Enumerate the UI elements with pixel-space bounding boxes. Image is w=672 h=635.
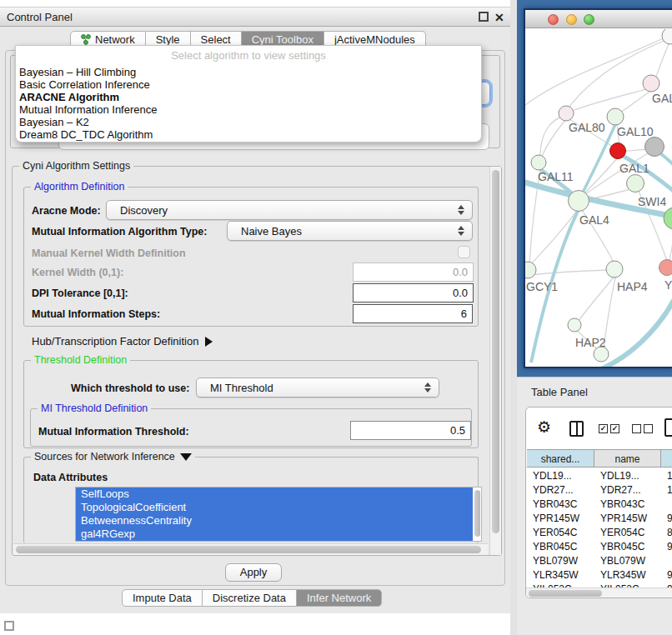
panel-divider[interactable] xyxy=(510,0,517,635)
table-cell[interactable]: 9. xyxy=(661,512,672,526)
node-gal80[interactable] xyxy=(559,106,574,121)
table-cell[interactable] xyxy=(661,498,672,512)
dpi-tolerance-field[interactable]: 0.0 xyxy=(353,283,474,302)
table-cell[interactable]: YBR043C xyxy=(594,498,661,512)
float-window-icon[interactable] xyxy=(479,12,489,22)
data-attributes-list[interactable]: SelfLoops TopologicalCoefficient Between… xyxy=(75,487,482,542)
kernel-width-field[interactable]: 0.0 xyxy=(353,262,474,282)
node-label: HAP4 xyxy=(617,280,648,293)
table-cell[interactable]: YLR345W xyxy=(594,568,661,582)
table-cell[interactable]: YBR043C xyxy=(527,498,594,512)
minimize-traffic-light-icon[interactable] xyxy=(566,14,577,25)
table-cell[interactable]: YPR145W xyxy=(594,512,661,526)
list-item[interactable]: gal4RGexp xyxy=(76,528,473,541)
select-all-columns-icon[interactable]: ✓ ✓ xyxy=(599,424,619,433)
tab-discretize-data[interactable]: Discretize Data xyxy=(203,589,297,607)
table-cell[interactable]: YBR045C xyxy=(527,540,594,554)
column-header-name[interactable]: name xyxy=(594,449,661,468)
data-attributes-label: Data Attributes xyxy=(33,472,108,483)
table-cell[interactable]: YLR345W xyxy=(527,568,594,582)
table-cell[interactable]: YPR145W xyxy=(527,512,594,526)
close-traffic-light-icon[interactable] xyxy=(548,14,559,25)
tab-impute-data[interactable]: Impute Data xyxy=(122,589,203,607)
node-gal4[interactable] xyxy=(569,191,589,212)
settings-horizontal-scrollbar[interactable] xyxy=(13,543,488,555)
manual-kernel-checkbox[interactable] xyxy=(458,246,470,258)
table-cell[interactable]: 9. xyxy=(661,568,672,582)
split-columns-icon[interactable] xyxy=(569,421,584,437)
collapse-arrow-icon xyxy=(180,453,192,461)
float-window-icon[interactable] xyxy=(4,621,14,631)
algorithm-option[interactable]: Mutual Information Inference xyxy=(19,103,478,116)
node-label: GAL1 xyxy=(619,162,649,175)
node-gal11[interactable] xyxy=(531,155,546,170)
mi-steps-label: Mutual Information Steps: xyxy=(32,308,160,320)
settings-vertical-scrollbar-thumb[interactable] xyxy=(492,170,499,533)
node-unnamed-gray[interactable] xyxy=(645,138,664,157)
table-cell[interactable]: 12 xyxy=(661,483,672,498)
tab-infer-network[interactable]: Infer Network xyxy=(297,589,382,607)
mi-threshold-field[interactable]: 0.5 xyxy=(350,421,471,440)
mi-threshold-group-title: MI Threshold Definition xyxy=(38,402,151,414)
settings-vertical-scrollbar[interactable] xyxy=(489,167,501,555)
apply-button[interactable]: Apply xyxy=(225,563,282,582)
network-view-window[interactable]: GAL2 GAL80 GAL10 GAL1 GAL11 SWI4 GAL4 GC… xyxy=(524,8,672,368)
table-cell[interactable]: 9. xyxy=(661,540,672,554)
column-header-shared-name[interactable]: shared... xyxy=(527,449,594,468)
table-cell[interactable]: YDL19... xyxy=(527,469,594,483)
unselect-all-columns-icon[interactable] xyxy=(632,424,653,433)
settings-horizontal-scrollbar-thumb[interactable] xyxy=(16,546,481,553)
list-scrollbar-thumb[interactable] xyxy=(474,490,480,537)
table-cell[interactable]: YDL19... xyxy=(594,469,661,483)
zoom-traffic-light-icon[interactable] xyxy=(584,14,594,25)
algorithm-option[interactable]: Bayesian – K2 xyxy=(19,116,478,128)
node-swi4[interactable] xyxy=(627,175,644,192)
algorithm-option[interactable]: Dream8 DC_TDC Algorithm xyxy=(19,128,478,141)
algorithm-option[interactable]: Bayesian – Hill Climbing xyxy=(19,66,478,78)
node-label: GAL2 xyxy=(652,92,672,105)
list-item[interactable]: SelfLoops xyxy=(76,488,473,501)
network-window-titlebar[interactable] xyxy=(525,10,672,28)
node-gal1-selected[interactable] xyxy=(610,143,626,159)
list-item[interactable]: BetweennessCentrality xyxy=(76,514,473,528)
algorithm-option[interactable]: Basic Correlation Inference xyxy=(19,78,478,91)
table-horizontal-scrollbar-thumb[interactable] xyxy=(529,590,602,597)
column-header-partial[interactable] xyxy=(661,449,672,468)
table-cell[interactable] xyxy=(661,554,672,568)
algorithm-option-selected[interactable]: ARACNE Algorithm xyxy=(19,91,478,103)
close-icon[interactable]: ✕ xyxy=(494,12,504,23)
list-item[interactable]: TopologicalCoefficient xyxy=(76,501,473,514)
algorithm-dropdown-popup: Select algorithm to view settings Bayesi… xyxy=(15,45,482,142)
node-gal10[interactable] xyxy=(607,108,624,125)
which-threshold-combo[interactable]: MI Threshold xyxy=(196,378,439,398)
table-cell[interactable]: YER054C xyxy=(527,526,594,540)
table-cell[interactable]: YBR045C xyxy=(594,540,661,554)
table-cell[interactable]: 8. xyxy=(661,526,672,540)
table-cell[interactable]: YBL079W xyxy=(594,554,661,568)
node-gcy1[interactable] xyxy=(525,262,536,278)
bottom-tabs: Impute Data Discretize Data Infer Networ… xyxy=(122,589,382,607)
combo-arrows-icon xyxy=(424,382,431,392)
dpi-tolerance-label: DPI Tolerance [0,1]: xyxy=(32,288,128,299)
table-horizontal-scrollbar[interactable] xyxy=(526,588,672,598)
function-builder-icon[interactable] xyxy=(664,418,672,437)
hub-definition-toggle[interactable]: Hub/Transcription Factor Definition xyxy=(32,333,213,348)
mi-type-combo[interactable]: Naive Bayes xyxy=(227,221,473,241)
node-salmon[interactable] xyxy=(659,260,672,276)
table-cell[interactable]: YER054C xyxy=(594,526,661,540)
gear-icon[interactable]: ⚙ xyxy=(537,419,551,435)
node-gal2[interactable] xyxy=(643,75,659,92)
node-table: ⚙ ✓ ✓ shared... name .tablebox .th-cell{… xyxy=(525,407,672,598)
expand-arrow-icon xyxy=(205,337,213,347)
node-hap2[interactable] xyxy=(568,318,581,332)
table-cell[interactable]: YDR27... xyxy=(594,483,661,498)
table-cell[interactable]: YBL079W xyxy=(527,554,594,568)
node-hap4[interactable] xyxy=(606,261,623,278)
node-unnamed-top[interactable] xyxy=(662,29,672,44)
node-unnamed-green[interactable] xyxy=(664,208,672,229)
mi-steps-field[interactable]: 6 xyxy=(353,304,473,323)
network-edges-thick xyxy=(525,121,672,368)
aracne-mode-combo[interactable]: Discovery xyxy=(106,200,473,220)
table-cell[interactable]: YDR27... xyxy=(527,483,594,498)
table-cell[interactable]: 13 xyxy=(661,469,672,483)
